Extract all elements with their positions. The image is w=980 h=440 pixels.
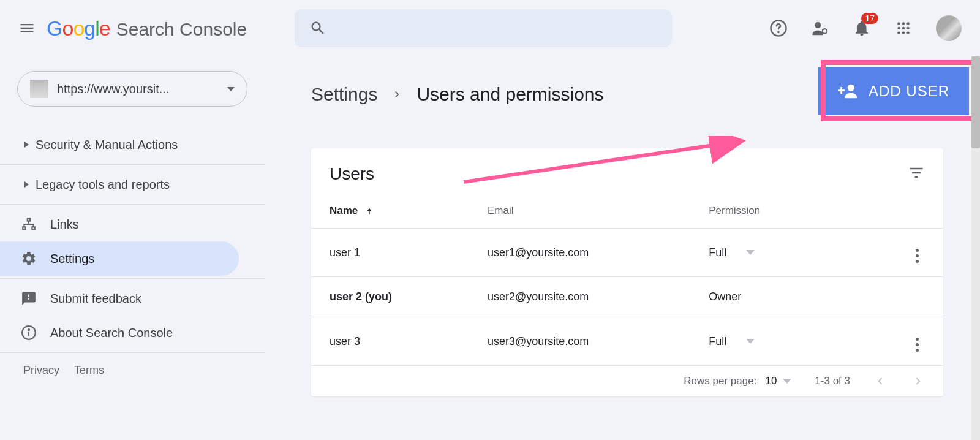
sidebar-item-label: Links (50, 218, 79, 232)
sidebar: https://www.yoursit... Security & Manual… (0, 56, 265, 440)
sidebar-item-label: Settings (50, 252, 94, 266)
svg-point-4 (897, 22, 900, 25)
chevron-down-icon (227, 87, 235, 91)
sidebar-item-settings[interactable]: Settings (0, 241, 239, 276)
chevron-down-icon (783, 379, 791, 384)
privacy-link[interactable]: Privacy (23, 364, 59, 377)
cell-name: user 2 (you) (311, 277, 469, 317)
svg-point-10 (897, 31, 900, 34)
sidebar-item-security[interactable]: Security & Manual Actions (0, 127, 239, 162)
prev-page-icon[interactable] (873, 374, 887, 388)
add-user-label: ADD USER (869, 83, 949, 100)
breadcrumb-parent[interactable]: Settings (311, 84, 377, 105)
svg-point-7 (897, 27, 900, 29)
cell-email: user3@yoursite.com (469, 317, 690, 366)
feedback-icon (21, 290, 37, 306)
svg-point-12 (907, 31, 909, 34)
svg-rect-15 (32, 227, 34, 229)
notifications-icon[interactable]: 17 (853, 19, 871, 37)
chevron-down-icon (746, 339, 755, 344)
sidebar-item-label: Legacy tools and reports (36, 178, 170, 192)
sidebar-item-legacy[interactable]: Legacy tools and reports (0, 167, 239, 202)
user-settings-icon[interactable] (811, 19, 829, 37)
pagination-range: 1-3 of 3 (815, 375, 850, 387)
breadcrumb-current: Users and permissions (417, 84, 603, 105)
sort-asc-icon (364, 207, 374, 216)
property-thumbnail (30, 80, 48, 98)
svg-point-18 (28, 329, 29, 330)
users-table: Name Email Permission user 1user1@yoursi… (311, 194, 943, 366)
search-input[interactable] (295, 9, 672, 47)
rows-per-page-selector[interactable]: 10 (765, 375, 791, 387)
search-icon (309, 20, 326, 37)
next-page-icon[interactable] (911, 374, 925, 388)
cell-email: user2@yoursite.com (469, 277, 690, 317)
svg-point-19 (848, 85, 854, 91)
sidebar-item-feedback[interactable]: Submit feedback (0, 281, 239, 316)
product-name: Search Console (116, 19, 247, 40)
svg-point-8 (902, 27, 905, 29)
cell-email: user1@yoursite.com (469, 229, 690, 277)
sidebar-item-links[interactable]: Links (0, 207, 239, 241)
person-add-icon (838, 81, 859, 102)
links-icon (21, 216, 37, 232)
account-avatar[interactable] (936, 15, 962, 41)
sidebar-item-about[interactable]: About Search Console (0, 316, 239, 350)
gear-icon (21, 251, 37, 267)
help-icon[interactable] (769, 19, 788, 37)
svg-point-11 (902, 31, 905, 34)
table-row[interactable]: user 1user1@yoursite.comFull (311, 229, 943, 277)
filter-icon[interactable] (908, 164, 925, 184)
svg-point-1 (778, 32, 778, 32)
table-row[interactable]: user 3user3@yoursite.comFull (311, 317, 943, 366)
table-row[interactable]: user 2 (you)user2@yoursite.comOwner (311, 277, 943, 317)
svg-point-5 (902, 22, 905, 25)
cell-name: user 1 (311, 229, 469, 277)
chevron-right-icon (391, 88, 403, 101)
rows-per-page-label: Rows per page: (684, 375, 756, 387)
apps-icon[interactable] (894, 19, 913, 37)
notification-badge: 17 (861, 13, 878, 24)
card-title: Users (330, 164, 374, 184)
svg-point-3 (823, 29, 827, 34)
cell-permission: Owner (690, 277, 880, 317)
cell-name: user 3 (311, 317, 469, 366)
column-header-email[interactable]: Email (469, 194, 690, 229)
users-card: Users Name Email Permission (311, 148, 943, 396)
column-header-permission[interactable]: Permission (690, 194, 880, 229)
scrollbar[interactable] (971, 56, 980, 440)
row-menu-icon[interactable] (916, 338, 919, 352)
sidebar-item-label: Submit feedback (50, 292, 141, 306)
svg-point-6 (907, 22, 909, 25)
sidebar-item-label: About Search Console (50, 326, 173, 340)
add-user-button[interactable]: ADD USER (818, 67, 969, 115)
terms-link[interactable]: Terms (74, 364, 104, 377)
property-label: https://www.yoursit... (57, 82, 219, 96)
google-logo: Google (47, 17, 110, 40)
product-logo[interactable]: Google Search Console (47, 17, 247, 40)
svg-rect-14 (23, 227, 25, 229)
pagination: Rows per page: 10 1-3 of 3 (311, 366, 943, 396)
svg-rect-13 (28, 218, 30, 221)
sidebar-item-label: Security & Manual Actions (36, 138, 178, 152)
column-header-name[interactable]: Name (311, 194, 469, 229)
row-menu-icon[interactable] (916, 249, 919, 263)
cell-permission[interactable]: Full (690, 229, 880, 277)
main-content: Settings Users and permissions ADD USER … (265, 56, 980, 440)
app-header: Google Search Console 17 (0, 0, 980, 56)
svg-point-9 (907, 27, 909, 29)
chevron-down-icon (746, 250, 755, 255)
cell-permission[interactable]: Full (690, 317, 880, 366)
svg-point-2 (815, 22, 821, 28)
property-selector[interactable]: https://www.yoursit... (17, 71, 247, 107)
menu-icon[interactable] (18, 20, 36, 37)
info-icon (21, 325, 37, 341)
